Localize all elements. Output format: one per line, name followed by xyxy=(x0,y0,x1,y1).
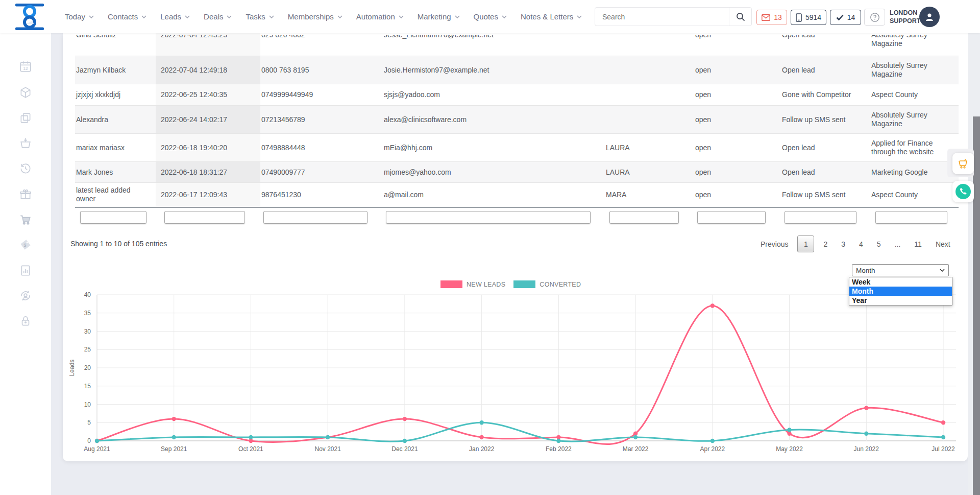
basket-download-icon[interactable] xyxy=(19,136,32,150)
svg-text:15: 15 xyxy=(84,383,91,390)
nav-item-automation[interactable]: Automation xyxy=(356,12,404,21)
chevron-down-icon xyxy=(89,15,94,18)
user-sync-icon[interactable] xyxy=(19,289,32,302)
tasks-count: 14 xyxy=(847,13,855,21)
chevron-down-icon xyxy=(577,15,582,18)
phone-circle xyxy=(955,184,971,199)
nav-item-label: Notes & Letters xyxy=(521,12,573,21)
svg-text:30: 30 xyxy=(84,328,91,335)
nav-item-label: Contacts xyxy=(108,12,138,21)
svg-text:20: 20 xyxy=(84,364,91,371)
cart-floating-button[interactable] xyxy=(952,153,974,174)
bar-chart-document-icon[interactable] xyxy=(19,264,32,277)
chevron-down-icon xyxy=(141,15,146,18)
history-clock-icon[interactable] xyxy=(19,162,32,175)
phone-icon xyxy=(959,187,967,196)
period-option-week[interactable]: Week xyxy=(849,277,952,287)
period-select[interactable]: Month xyxy=(852,264,949,276)
messages-count: 13 xyxy=(774,13,782,21)
svg-text:May 2022: May 2022 xyxy=(776,445,803,453)
user-icon xyxy=(924,11,935,22)
nav-item-today[interactable]: Today xyxy=(65,12,94,21)
account-name: LONDON SUPPORT xyxy=(890,9,918,25)
calendar-12-icon[interactable]: 12 xyxy=(19,60,32,73)
page: 12 $ TodayContactsLeadsDealsTasksMembers… xyxy=(0,0,980,495)
chevron-down-icon xyxy=(502,15,507,18)
calls-badge[interactable]: 5914 xyxy=(791,10,826,25)
left-sidebar: 12 $ xyxy=(0,0,51,495)
cube-package-icon[interactable] xyxy=(19,86,32,99)
legend-swatch xyxy=(513,280,535,288)
leads-chart: 0510152025303540Aug 2021Sep 2021Oct 2021… xyxy=(63,33,968,461)
nav-item-notes-letters[interactable]: Notes & Letters xyxy=(521,12,582,21)
nav-item-contacts[interactable]: Contacts xyxy=(108,12,146,21)
call-floating-button[interactable] xyxy=(952,181,974,202)
svg-text:12: 12 xyxy=(23,66,28,71)
search-box xyxy=(595,7,752,26)
lock-icon[interactable] xyxy=(19,314,32,327)
chevron-down-icon xyxy=(227,15,232,18)
svg-text:Jul 2022: Jul 2022 xyxy=(932,445,955,453)
svg-text:Leads: Leads xyxy=(68,360,76,376)
search-button[interactable] xyxy=(729,8,751,26)
account-line1: LONDON xyxy=(890,9,918,17)
clinic-software-logo[interactable] xyxy=(14,4,45,30)
smartphone-icon xyxy=(796,13,802,22)
messages-badge[interactable]: 13 xyxy=(756,10,787,25)
svg-text:Dec 2021: Dec 2021 xyxy=(391,445,418,453)
nav-item-label: Today xyxy=(65,12,85,21)
nav-item-quotes[interactable]: Quotes xyxy=(474,12,507,21)
chevron-down-icon xyxy=(337,15,342,18)
nav-item-label: Leads xyxy=(160,12,181,21)
svg-text:Jan 2022: Jan 2022 xyxy=(469,445,495,453)
nav-item-leads[interactable]: Leads xyxy=(160,12,190,21)
nav-item-deals[interactable]: Deals xyxy=(204,12,232,21)
svg-text:Nov 2021: Nov 2021 xyxy=(315,445,341,453)
period-option-month[interactable]: Month xyxy=(849,287,952,296)
svg-text:Feb 2022: Feb 2022 xyxy=(546,445,572,453)
legend-item-new-leads[interactable]: NEW LEADS xyxy=(440,280,505,288)
scrollbar-thumb[interactable] xyxy=(973,116,980,495)
mail-icon xyxy=(762,14,770,21)
svg-text:0: 0 xyxy=(87,437,91,444)
top-navigation-bar: TodayContactsLeadsDealsTasksMembershipsA… xyxy=(0,0,980,33)
chevron-down-icon xyxy=(399,15,404,18)
period-dropdown-list: WeekMonthYear xyxy=(849,277,952,305)
search-input[interactable] xyxy=(595,8,729,26)
svg-text:Oct 2021: Oct 2021 xyxy=(238,445,263,453)
legend-item-converted[interactable]: CONVERTED xyxy=(513,280,581,288)
price-tag-icon[interactable]: $ xyxy=(19,238,32,251)
help-button[interactable] xyxy=(864,9,885,26)
legend-label: NEW LEADS xyxy=(467,281,505,288)
chevron-down-icon xyxy=(940,269,945,272)
legend-swatch xyxy=(440,280,462,288)
svg-text:35: 35 xyxy=(84,310,91,317)
shopping-cart-icon[interactable] xyxy=(19,213,32,226)
nav-item-marketing[interactable]: Marketing xyxy=(418,12,460,21)
nav-item-label: Quotes xyxy=(474,12,498,21)
account-line2: SUPPORT xyxy=(890,17,918,25)
nav-item-label: Deals xyxy=(204,12,223,21)
period-select-value: Month xyxy=(856,267,875,274)
nav-item-memberships[interactable]: Memberships xyxy=(288,12,342,21)
question-circle-icon xyxy=(870,12,880,22)
main-menu: TodayContactsLeadsDealsTasksMembershipsA… xyxy=(65,0,662,33)
nav-item-label: Memberships xyxy=(288,12,334,21)
chevron-down-icon xyxy=(455,15,460,18)
tasks-badge[interactable]: 14 xyxy=(830,10,861,25)
copy-pages-icon[interactable] xyxy=(19,111,32,125)
avatar[interactable] xyxy=(919,7,940,27)
legend-label: CONVERTED xyxy=(540,281,581,288)
cart-icon xyxy=(957,157,969,170)
nav-item-tasks[interactable]: Tasks xyxy=(246,12,274,21)
svg-text:25: 25 xyxy=(84,346,91,353)
svg-text:Mar 2022: Mar 2022 xyxy=(623,445,649,453)
svg-text:Apr 2022: Apr 2022 xyxy=(700,445,725,453)
check-icon xyxy=(836,14,844,20)
gift-icon[interactable] xyxy=(19,187,32,201)
period-option-year[interactable]: Year xyxy=(849,296,952,305)
nav-item-label: Automation xyxy=(356,12,395,21)
svg-text:10: 10 xyxy=(84,401,91,408)
svg-text:Jun 2022: Jun 2022 xyxy=(854,445,879,453)
chevron-down-icon xyxy=(185,15,190,18)
